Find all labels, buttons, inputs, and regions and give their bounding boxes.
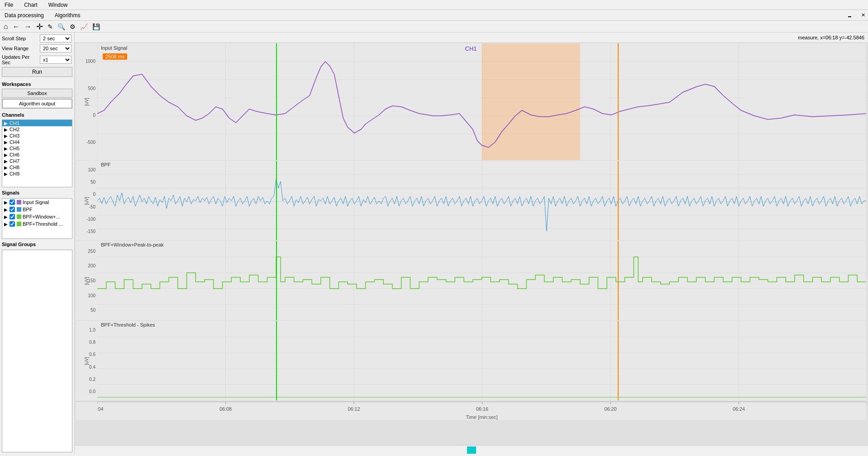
orange-cursor-line-2 [618,161,619,240]
channel-ch1-label: CH1 [10,120,19,126]
panel1-y-unit: [uV] [84,92,89,112]
submenu-algorithms[interactable]: Algorithms [53,12,82,19]
signal-checkbox-bpf[interactable] [10,207,15,212]
signal-checkbox-input[interactable] [10,200,15,205]
channel-item-ch3[interactable]: ▶ CH3 [2,133,72,139]
svg-text:06:12: 06:12 [348,406,360,412]
forward-button[interactable]: → [24,22,33,32]
algorithm-output-workspace-button[interactable]: Algorithm output [2,99,72,109]
svg-rect-13 [482,43,580,160]
channel-item-ch5[interactable]: ▶ CH5 [2,145,72,152]
green-cursor-line-2 [276,161,277,240]
signal-expand-bpf-threshold-icon: ▶ [4,222,8,227]
x-axis-svg: 06:04 06:08 06:12 06:16 06:20 06:24 Time… [97,402,866,421]
chart-right: measure, x=06:18 y=-42.5846 CH1 Input Si… [75,33,868,454]
panel2-y-neg50: -50 [89,204,95,209]
pencil-button[interactable]: ✎ [47,22,54,31]
panel1-chart-container[interactable] [97,43,866,160]
signals-title: Signals [2,190,72,195]
panel3-svg [97,241,866,320]
menu-window[interactable]: Window [47,1,70,9]
zoom-button[interactable]: 🔍 [57,22,66,31]
signal-item-bpf-window[interactable]: ▶ BPF+Window+... [2,213,72,220]
panel2-y-50: 50 [91,180,95,185]
signal-color-bpf-window [17,214,21,219]
orange-cursor-line-1 [618,43,619,160]
back-button[interactable]: ← [12,22,21,32]
orange-cursor-line-4 [618,321,619,400]
expand-ch2-icon: ▶ [4,127,8,132]
home-button[interactable]: ⌂ [3,22,9,32]
panel4-y-00: 0.0 [89,389,95,394]
panel2-y-0: 0 [93,192,95,197]
scroll-step-row: Scroll Step 2 sec 5 sec [2,34,72,43]
svg-text:06:24: 06:24 [733,406,745,412]
ch1-label: CH1 [465,45,477,52]
save-button[interactable]: 💾 [91,22,101,31]
settings-button[interactable]: ⚙ [69,22,76,31]
panel3-y-150: 150 [88,278,95,283]
panel4-chart-container[interactable] [97,321,866,400]
signal-expand-bpf-window-icon: ▶ [4,214,8,219]
scroll-step-label: Scroll Step [2,36,38,41]
view-range-select[interactable]: 20 sec 10 sec [40,44,72,52]
green-cursor-line-3 [276,241,277,320]
signal-label-bpf-window: BPF+Window+... [23,214,60,219]
panel2-chart-container[interactable] [97,161,866,240]
channel-item-ch6[interactable]: ▶ CH6 [2,152,72,158]
updates-per-sec-row: Updates Per Sec x1 x2 [2,54,72,65]
panel1-svg [97,43,866,160]
sandbox-workspace-button[interactable]: Sandbox [2,89,72,98]
channel-item-ch1[interactable]: ▶ CH1 [2,120,72,126]
signal-groups-title: Signal Groups [2,242,72,247]
expand-ch8-icon: ▶ [4,165,8,170]
expand-ch7-icon: ▶ [4,159,8,164]
panel1-title: Input Signal [101,45,127,51]
panel1-y-500: 500 [88,86,95,91]
signal-label-input: Input Signal [23,200,49,205]
expand-ch5-icon: ▶ [4,146,8,151]
panel3-y-50: 50 [91,308,95,313]
status-text: measure, x=06:18 y=-42.5846 [798,35,864,40]
panel4-svg [97,321,866,400]
panel4-y-02: 0.2 [89,377,95,382]
channel-item-ch7[interactable]: ▶ CH7 [2,158,72,164]
channel-item-ch8[interactable]: ▶ CH8 [2,164,72,171]
view-range-row: View Range 20 sec 10 sec [2,44,72,52]
panel3-chart-container[interactable] [97,241,866,320]
run-button[interactable]: Run [2,67,72,77]
channel-item-ch9[interactable]: ▶ CH9 [2,171,72,177]
channel-ch3-label: CH3 [10,133,19,138]
channel-ch4-label: CH4 [10,139,19,145]
menu-file[interactable]: File [3,1,15,9]
window-minimize-icon[interactable]: 🗕 [847,13,852,18]
menu-chart[interactable]: Chart [22,1,39,9]
left-panel: Scroll Step 2 sec 5 sec View Range 20 se… [0,33,75,454]
signal-label-bpf-threshold: BPF+Threshold ... [23,221,63,227]
updates-per-sec-select[interactable]: x1 x2 [40,56,72,64]
signal-item-input[interactable]: ▶ Input Signal [2,199,72,206]
signal-label-bpf: BPF [23,207,32,212]
signal-item-bpf-threshold[interactable]: ▶ BPF+Threshold ... [2,220,72,228]
signal-item-bpf[interactable]: ▶ BPF [2,206,72,213]
channel-ch5-label: CH5 [10,146,19,151]
chart-panel-2: BPF 100 50 0 -50 -100 -150 [uV] [76,161,866,240]
cursor-button[interactable]: ✛ [35,21,44,33]
signal-checkbox-bpf-threshold[interactable] [10,221,15,227]
signal-checkbox-bpf-window[interactable] [10,214,15,219]
channel-item-ch4[interactable]: ▶ CH4 [2,139,72,145]
panel2-y-100: 100 [88,167,95,172]
scroll-step-select[interactable]: 2 sec 5 sec [40,34,72,43]
channel-ch8-label: CH8 [10,165,19,170]
channel-item-ch2[interactable]: ▶ CH2 [2,126,72,133]
svg-text:06:04: 06:04 [97,406,104,412]
bottom-bar [75,445,868,454]
submenu-data-processing[interactable]: Data processing [3,12,46,19]
expand-ch9-icon: ▶ [4,171,8,176]
panel2-y-unit: [uV] [84,191,89,211]
panel2-y-neg150: -150 [86,229,95,234]
window-close-icon[interactable]: ✕ [861,12,865,18]
signal-color-bpf [17,207,21,212]
chart-panel-1: CH1 Input Signal 2508 ms 1000 500 0 -500… [76,43,866,160]
chart-line-button[interactable]: 📈 [79,22,89,31]
